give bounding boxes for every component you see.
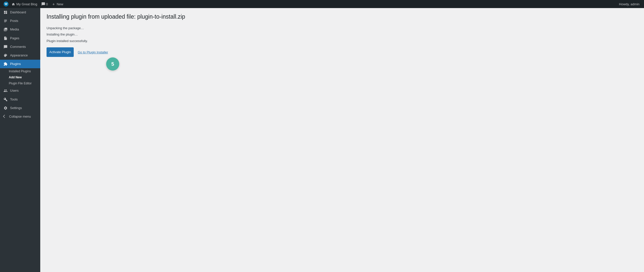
sidebar-item-dashboard[interactable]: Dashboard: [0, 8, 40, 17]
howdy-text: Howdy, admin: [619, 2, 639, 6]
appearance-icon: [3, 53, 8, 57]
add-new-label: Add New: [9, 76, 22, 79]
site-name-bar[interactable]: My Great Blog: [10, 0, 39, 8]
dashboard-icon: [3, 10, 8, 14]
install-log: Unpacking the package… Installing the pl…: [47, 26, 638, 44]
collapse-icon: [3, 114, 7, 119]
comments-icon: [3, 45, 8, 49]
new-bar[interactable]: New: [50, 0, 65, 8]
submenu-plugin-file-editor[interactable]: Plugin File Editor: [0, 80, 40, 86]
comment-bubble-icon: [41, 2, 45, 6]
installed-plugins-label: Installed Plugins: [9, 70, 31, 73]
tools-label: Tools: [10, 97, 18, 102]
log-line-1: Unpacking the package…: [47, 26, 638, 31]
floating-number: 5: [111, 61, 114, 67]
floating-number-bubble: 5: [106, 57, 119, 71]
sidebar-item-pages[interactable]: Pages: [0, 34, 40, 43]
sidebar-item-users[interactable]: Users: [0, 86, 40, 95]
plugins-label: Plugins: [10, 62, 21, 66]
new-label: New: [57, 2, 63, 6]
pages-icon: [3, 36, 8, 40]
howdy-bar[interactable]: Howdy, admin: [617, 0, 641, 8]
dashboard-label: Dashboard: [10, 10, 26, 15]
media-label: Media: [10, 27, 19, 32]
site-name-label: My Great Blog: [16, 2, 37, 6]
settings-icon: [3, 106, 8, 110]
log-line-2: Installing the plugin…: [47, 32, 638, 37]
sidebar: Dashboard Posts Media Pages: [0, 8, 40, 272]
sidebar-item-appearance[interactable]: Appearance: [0, 51, 40, 60]
plugin-file-editor-label: Plugin File Editor: [9, 82, 32, 85]
sidebar-item-posts[interactable]: Posts: [0, 17, 40, 25]
page-title: Installing plugin from uploaded file: pl…: [47, 13, 638, 21]
wp-logo[interactable]: W: [3, 1, 10, 8]
main-content: Installing plugin from uploaded file: pl…: [40, 8, 644, 62]
sidebar-item-plugins[interactable]: Plugins: [0, 60, 40, 68]
actions-bar: Activate Plugin Go to Plugin Installer: [47, 47, 638, 57]
admin-bar: W My Great Blog 0 New Howdy, admin: [0, 0, 644, 8]
log-line-3: Plugin installed successfully.: [47, 39, 638, 44]
collapse-menu[interactable]: Collapse menu: [0, 112, 40, 121]
sidebar-item-tools[interactable]: Tools: [0, 95, 40, 104]
plus-icon: [52, 2, 55, 6]
sidebar-item-media[interactable]: Media: [0, 25, 40, 34]
pages-label: Pages: [10, 36, 19, 41]
settings-label: Settings: [10, 106, 22, 110]
users-label: Users: [10, 88, 19, 93]
posts-icon: [3, 19, 8, 23]
comments-bar[interactable]: 0: [39, 0, 50, 8]
activate-plugin-button[interactable]: Activate Plugin: [47, 47, 74, 57]
svg-text:W: W: [5, 2, 8, 6]
collapse-label: Collapse menu: [9, 115, 31, 118]
comments-count: 0: [46, 2, 48, 6]
submenu-add-new[interactable]: Add New: [0, 74, 40, 80]
sidebar-item-comments[interactable]: Comments: [0, 43, 40, 51]
posts-label: Posts: [10, 19, 18, 23]
home-icon: [12, 2, 15, 6]
tools-icon: [3, 97, 8, 101]
plugins-icon: [3, 62, 8, 66]
submenu-installed-plugins[interactable]: Installed Plugins: [0, 68, 40, 74]
users-icon: [3, 89, 8, 93]
appearance-label: Appearance: [10, 53, 28, 58]
go-to-installer-link[interactable]: Go to Plugin Installer: [78, 50, 108, 54]
media-icon: [3, 27, 8, 31]
comments-label: Comments: [10, 45, 26, 49]
sidebar-item-settings[interactable]: Settings: [0, 104, 40, 112]
